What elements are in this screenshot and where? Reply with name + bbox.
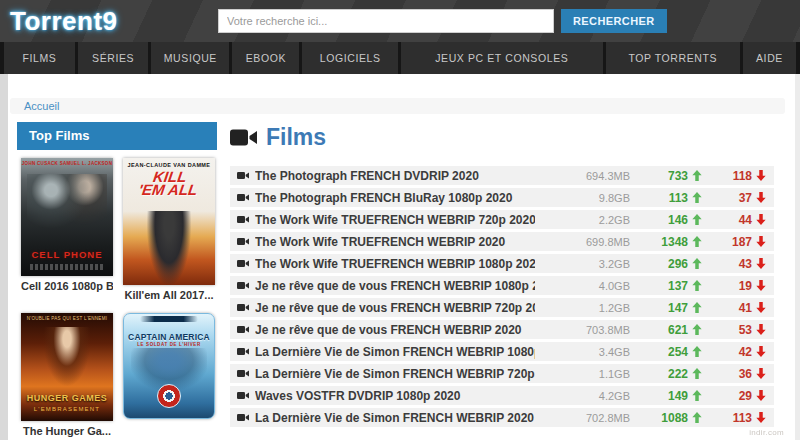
torrent-row[interactable]: La Dernière Vie de Simon FRENCH WEBRIP 2…: [230, 408, 774, 427]
poster-caption[interactable]: Cell 2016 1080p BluRay...: [21, 280, 113, 292]
video-camera-icon: [237, 171, 249, 180]
arrow-up-icon: [692, 368, 702, 379]
arrow-up-icon: [692, 412, 702, 423]
poster-grid: JOHN CUSACK SAMUEL L. JACKSON CELL PHONE…: [17, 150, 217, 437]
poster-item-killem-all[interactable]: JEAN-CLAUDE VAN DAMME KILL 'EM ALL Kill'…: [123, 158, 215, 301]
video-camera-icon: [237, 347, 249, 356]
poster-artwork: [43, 327, 91, 387]
poster-caption[interactable]: The Hunger Ga...: [21, 425, 113, 437]
torrent9-page: Torrent9 RECHERCHER FILMSSÉRIESMUSIQUEEB…: [0, 0, 800, 440]
torrent-title-link[interactable]: Je ne rêve que de vous FRENCH WEBRIP 720…: [255, 301, 535, 315]
arrow-up-icon: [692, 170, 702, 181]
torrent-leechers: 113: [702, 411, 766, 425]
nav-item-aide[interactable]: AIDE: [743, 42, 796, 74]
header: Torrent9 RECHERCHER: [0, 0, 800, 42]
torrent-title-link[interactable]: Je ne rêve que de vous FRENCH WEBRIP 108…: [255, 279, 535, 293]
poster-title-text: CELL PHONE: [21, 249, 113, 260]
video-camera-icon: [237, 369, 249, 378]
torrent-leechers: 42: [702, 345, 766, 359]
breadcrumb: Accueil: [10, 98, 785, 114]
nav-item-s-ries[interactable]: SÉRIES: [78, 42, 149, 74]
torrent-leechers: 118: [702, 169, 766, 183]
search-input[interactable]: [218, 9, 554, 33]
arrow-up-icon: [692, 280, 702, 291]
arrow-up-icon: [692, 236, 702, 247]
poster-tagline-text: N'OUBLIE PAS QUI EST L'ENNEMI: [21, 313, 113, 321]
poster-actors-text: JOHN CUSACK SAMUEL L. JACKSON: [21, 158, 113, 166]
poster-caption[interactable]: Kill'em All 2017...: [123, 289, 215, 301]
torrent-size: 699.8MB: [535, 236, 630, 248]
watermark: indir.com: [749, 428, 784, 437]
torrent-seeders: 113: [630, 191, 702, 205]
arrow-down-icon: [756, 412, 766, 423]
arrow-up-icon: [692, 258, 702, 269]
movie-poster-hunger-games[interactable]: N'OUBLIE PAS QUI EST L'ENNEMI HUNGER GAM…: [21, 313, 113, 421]
poster-item-hunger-games[interactable]: N'OUBLIE PAS QUI EST L'ENNEMI HUNGER GAM…: [21, 313, 113, 437]
nav-item-films[interactable]: FILMS: [4, 42, 75, 74]
poster-actors-text: JEAN-CLAUDE VAN DAMME: [123, 158, 215, 168]
torrent-row[interactable]: Je ne rêve que de vous FRENCH WEBRIP 720…: [230, 298, 774, 317]
torrent-title-link[interactable]: La Dernière Vie de Simon FRENCH WEBRIP 7…: [255, 367, 535, 381]
torrent-title-link[interactable]: The Photograph FRENCH DVDRIP 2020: [255, 169, 535, 183]
video-camera-icon: [237, 259, 249, 268]
torrent-title-link[interactable]: Je ne rêve que de vous FRENCH WEBRIP 202…: [255, 323, 535, 337]
arrow-down-icon: [756, 258, 766, 269]
nav-item-jeux-pc-et-consoles[interactable]: JEUX PC ET CONSOLES: [401, 42, 603, 74]
nav-item-musique[interactable]: MUSIQUE: [151, 42, 229, 74]
torrent-title-link[interactable]: La Dernière Vie de Simon FRENCH WEBRIP 1…: [255, 345, 535, 359]
sidebar-top-films: Top Films JOHN CUSACK SAMUEL L. JACKSON …: [17, 122, 217, 437]
torrent-row[interactable]: Je ne rêve que de vous FRENCH WEBRIP 108…: [230, 276, 774, 295]
torrent-size: 702.8MB: [535, 412, 630, 424]
torrent-row[interactable]: The Work Wife TRUEFRENCH WEBRIP 720p 202…: [230, 210, 774, 229]
nav-item-logiciels[interactable]: LOGICIELS: [302, 42, 397, 74]
torrent-row[interactable]: The Work Wife TRUEFRENCH WEBRIP 1080p 20…: [230, 254, 774, 273]
nav-item-top-torrents[interactable]: TOP TORRENTS: [606, 42, 740, 74]
arrow-up-icon: [692, 346, 702, 357]
torrent-row[interactable]: The Photograph FRENCH BluRay 1080p 2020 …: [230, 188, 774, 207]
torrent-leechers: 37: [702, 191, 766, 205]
torrent-size: 3.4GB: [535, 346, 630, 358]
arrow-down-icon: [756, 170, 766, 181]
video-camera-icon: [237, 325, 249, 334]
site-logo[interactable]: Torrent9: [10, 6, 118, 37]
breadcrumb-home-link[interactable]: Accueil: [24, 100, 59, 112]
torrent-size: 703.8MB: [535, 324, 630, 336]
arrow-up-icon: [692, 390, 702, 401]
torrent-size: 4.2GB: [535, 390, 630, 402]
torrent-title-link[interactable]: The Work Wife TRUEFRENCH WEBRIP 1080p 20…: [255, 257, 535, 271]
torrent-row[interactable]: La Dernière Vie de Simon FRENCH WEBRIP 7…: [230, 364, 774, 383]
torrent-row[interactable]: The Work Wife TRUEFRENCH WEBRIP 2020 699…: [230, 232, 774, 251]
poster-credits-block: [30, 264, 104, 270]
poster-item-captain-america[interactable]: CAPTAIN AMERICA LE SOLDAT DE L'HIVER: [123, 313, 215, 437]
search-button[interactable]: RECHERCHER: [561, 9, 667, 33]
torrent-size: 1.1GB: [535, 368, 630, 380]
movie-poster-killem-all[interactable]: JEAN-CLAUDE VAN DAMME KILL 'EM ALL: [123, 158, 215, 285]
poster-artwork: [147, 211, 191, 285]
torrent-title-link[interactable]: The Work Wife TRUEFRENCH WEBRIP 2020: [255, 235, 535, 249]
torrent-row[interactable]: Je ne rêve que de vous FRENCH WEBRIP 202…: [230, 320, 774, 339]
torrent-title-link[interactable]: The Work Wife TRUEFRENCH WEBRIP 720p 202…: [255, 213, 535, 227]
torrent-title-link[interactable]: Waves VOSTFR DVDRIP 1080p 2020: [255, 389, 535, 403]
poster-item-cell[interactable]: JOHN CUSACK SAMUEL L. JACKSON CELL PHONE…: [21, 158, 113, 301]
poster-title-text: KILL 'EM ALL: [123, 170, 215, 196]
torrent-size: 2.2GB: [535, 214, 630, 226]
torrent-leechers: 53: [702, 323, 766, 337]
movie-poster-cell-phone[interactable]: JOHN CUSACK SAMUEL L. JACKSON CELL PHONE: [21, 158, 113, 276]
torrent-title-link[interactable]: The Photograph FRENCH BluRay 1080p 2020: [255, 191, 535, 205]
nav-item-ebook[interactable]: EBOOK: [232, 42, 299, 74]
torrent-row[interactable]: La Dernière Vie de Simon FRENCH WEBRIP 1…: [230, 342, 774, 361]
torrent-leechers: 29: [702, 389, 766, 403]
movie-poster-captain-america[interactable]: CAPTAIN AMERICA LE SOLDAT DE L'HIVER: [123, 313, 215, 419]
torrent-row[interactable]: Waves VOSTFR DVDRIP 1080p 2020 4.2GB 149…: [230, 386, 774, 405]
poster-subtitle-text: LE SOLDAT DE L'HIVER: [124, 342, 214, 347]
content: Top Films JOHN CUSACK SAMUEL L. JACKSON …: [17, 122, 774, 437]
arrow-down-icon: [756, 302, 766, 313]
scrollbar-track[interactable]: [795, 74, 800, 440]
poster-artwork: [27, 174, 107, 232]
torrent-title-link[interactable]: La Dernière Vie de Simon FRENCH WEBRIP 2…: [255, 411, 535, 425]
video-camera-icon: [237, 413, 249, 422]
torrent-seeders: 733: [630, 169, 702, 183]
torrent-seeders: 137: [630, 279, 702, 293]
torrent-row[interactable]: The Photograph FRENCH DVDRIP 2020 694.3M…: [230, 166, 774, 185]
arrow-down-icon: [756, 280, 766, 291]
